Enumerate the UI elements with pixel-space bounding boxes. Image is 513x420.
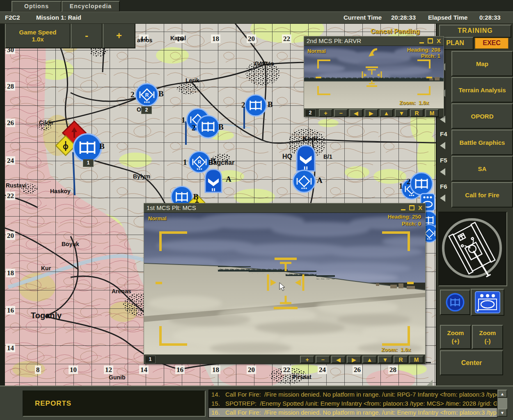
pitch-readout: Pitch: 0	[402, 221, 421, 227]
unit-number-badge: 2	[305, 109, 316, 117]
camera-reset-button[interactable]: R	[394, 356, 408, 363]
vehicle-status-display	[438, 212, 507, 286]
sidebar-button-sa[interactable]: SA	[451, 156, 513, 181]
game-speed-display: Game Speed 1.0x	[5, 23, 71, 48]
sidebar-button-call-for-fire[interactable]: Call for Fire	[451, 182, 513, 208]
friendly-mech-unit-icon[interactable]	[73, 134, 101, 162]
friendly-mech-unit-icon[interactable]	[245, 95, 266, 116]
mech-unit-icon	[444, 292, 466, 313]
heading-readout: Heading: 250	[388, 214, 421, 220]
camera-pan-left-button[interactable]: ◀	[331, 356, 346, 363]
report-line[interactable]: 15.SPOTREP: /Enemy Spotted /unit: Enemy …	[209, 399, 497, 408]
report-line[interactable]: 14.Call For Fire: /Fire mission denied. …	[209, 390, 497, 399]
map-center-button[interactable]: Center	[440, 350, 503, 375]
mcs-window-titlebar[interactable]: 1st MCS Plt: MCS X	[144, 203, 425, 213]
camera-zoom-in-button[interactable]: +	[300, 356, 314, 363]
mission-title-bar: F2C2 Mission 1: Raid Current Time 20:28:…	[0, 11, 513, 24]
scroll-down-icon[interactable]: ▼	[497, 409, 507, 417]
camera-pan-left-button[interactable]: ◀	[349, 109, 363, 117]
friendly-recon-unit-icon[interactable]	[189, 151, 210, 172]
camera-window-arvr[interactable]: 2nd MCS Plt: ARVR X	[304, 36, 444, 117]
camera-mode-label: Normal	[307, 48, 326, 54]
sidebar-button-terrain-analysis[interactable]: Terrain Analysis	[451, 77, 513, 103]
zoom-readout: Zoom: 1.0x	[381, 347, 411, 353]
reports-label-box: REPORTS	[23, 390, 206, 417]
tab-exec[interactable]: EXEC	[475, 38, 508, 49]
app-name: F2C2	[5, 14, 20, 21]
friendly-recon-unit-icon[interactable]	[136, 84, 158, 106]
camera-pan-down-button[interactable]: ▼	[378, 356, 392, 363]
restore-icon[interactable]	[408, 205, 415, 211]
current-time-label: Current Time	[344, 14, 382, 21]
minimize-icon[interactable]	[400, 205, 406, 211]
menu-bar: Options Encyclopedia	[0, 0, 513, 11]
command-sidebar: TRAINING PLAN EXEC 1 Map 2 Terrain Analy…	[436, 23, 513, 386]
close-icon[interactable]: X	[417, 205, 424, 211]
options-menu-button[interactable]: Options	[11, 1, 62, 12]
mcs-scene	[144, 213, 425, 354]
mcs-3d-view[interactable]: Normal Heading: 250 Pitch: 0 Zoom: 1.0x	[144, 213, 425, 354]
hotkey-label: F5	[440, 157, 447, 164]
vehicle-top-view-icon	[439, 212, 505, 284]
reports-label: REPORTS	[35, 399, 71, 408]
camera-pan-up-button[interactable]: ▲	[362, 356, 377, 363]
camera-pan-up-button[interactable]: ▲	[380, 109, 393, 117]
map-zoom-out-button[interactable]: Zoom (-)	[472, 325, 503, 349]
friendly-mech-unit-icon[interactable]	[197, 116, 219, 138]
mission-title: Mission 1: Raid	[36, 14, 81, 21]
game-speed-increase-button[interactable]: +	[103, 23, 135, 48]
cancel-pending-button[interactable]: Cancel Pending	[371, 28, 420, 35]
friendly-platoon-shield-icon[interactable]	[205, 169, 222, 192]
unit-symbol-button-mech[interactable]	[440, 290, 470, 315]
pitch-readout: Pitch: 1	[421, 53, 440, 59]
elapsed-time-value: 0:28:33	[479, 14, 501, 21]
camera-mode-button[interactable]: M	[425, 109, 439, 117]
camera-pan-down-button[interactable]: ▼	[395, 109, 408, 117]
encyclopedia-menu-button[interactable]: Encyclopedia	[62, 1, 120, 12]
chevron-left-icon	[440, 142, 445, 149]
unit-symbol-button-vehicle[interactable]	[471, 289, 504, 316]
chevron-left-icon	[440, 194, 445, 202]
arvr-window-title: 2nd MCS Plt: ARVR	[307, 37, 361, 44]
report-line-selected[interactable]: 16.Call For Fire: /Fire mission denied. …	[209, 408, 497, 417]
game-speed-label: Game Speed	[19, 29, 57, 36]
friendly-platoon-shield-icon[interactable]	[297, 146, 315, 171]
sidebar-header: TRAINING	[439, 25, 511, 38]
arvr-camera-toolbar: 2 + − ◀ ▶ ▲ ▼ R M	[304, 108, 444, 117]
scroll-up-icon[interactable]: ▲	[497, 390, 507, 398]
mcs-window-title: 1st MCS Plt: MCS	[147, 204, 196, 211]
friendly-mech-unit-icon[interactable]	[410, 173, 433, 195]
scrollbar-track[interactable]	[497, 398, 507, 409]
arvr-3d-view[interactable]: Normal Heading: 208 Pitch: 1 Zoom: 1.0x	[304, 46, 444, 108]
reports-bar: REPORTS 14.Call For Fire: /Fire mission …	[0, 386, 513, 420]
elapsed-time-label: Elapsed Time	[428, 14, 467, 21]
camera-zoom-in-button[interactable]: +	[319, 109, 332, 117]
camera-zoom-out-button[interactable]: −	[316, 356, 330, 363]
restore-icon[interactable]	[427, 38, 433, 44]
friendly-scout-unit-icon[interactable]	[293, 170, 315, 192]
heading-readout: Heading: 208	[407, 47, 440, 53]
game-speed-value: 1.0x	[32, 36, 44, 43]
camera-pan-right-button[interactable]: ▶	[364, 109, 378, 117]
camera-reset-button[interactable]: R	[410, 109, 424, 117]
unit-number-badge: 1	[145, 356, 156, 363]
map-zoom-in-button[interactable]: Zoom (+)	[440, 325, 471, 349]
vehicle-unit-icon	[474, 291, 501, 314]
arvr-window-titlebar[interactable]: 2nd MCS Plt: ARVR X	[304, 37, 444, 46]
close-icon[interactable]: X	[435, 38, 442, 44]
zoom-readout: Zoom: 1.0x	[399, 100, 429, 106]
game-speed-decrease-button[interactable]: -	[71, 23, 103, 48]
sidebar-button-map[interactable]: Map	[451, 51, 513, 76]
camera-window-mcs[interactable]: 1st MCS Plt: MCS X	[144, 203, 426, 364]
mcs-camera-toolbar: 1 + − ◀ ▶ ▲ ▼ R M	[144, 354, 425, 364]
camera-mode-label: Normal	[148, 215, 167, 221]
sidebar-button-opord[interactable]: OPORD	[451, 103, 513, 129]
camera-pan-right-button[interactable]: ▶	[347, 356, 361, 363]
sidebar-button-battle-graphics[interactable]: Battle Graphics	[451, 130, 513, 155]
camera-mode-button[interactable]: M	[409, 356, 424, 363]
resize-corner-icon[interactable]	[427, 380, 433, 386]
reports-message-list[interactable]: 14.Call For Fire: /Fire mission denied. …	[208, 390, 497, 418]
minimize-icon[interactable]	[418, 38, 425, 44]
hotkey-label: F4	[440, 130, 447, 137]
camera-zoom-out-button[interactable]: −	[334, 109, 348, 117]
